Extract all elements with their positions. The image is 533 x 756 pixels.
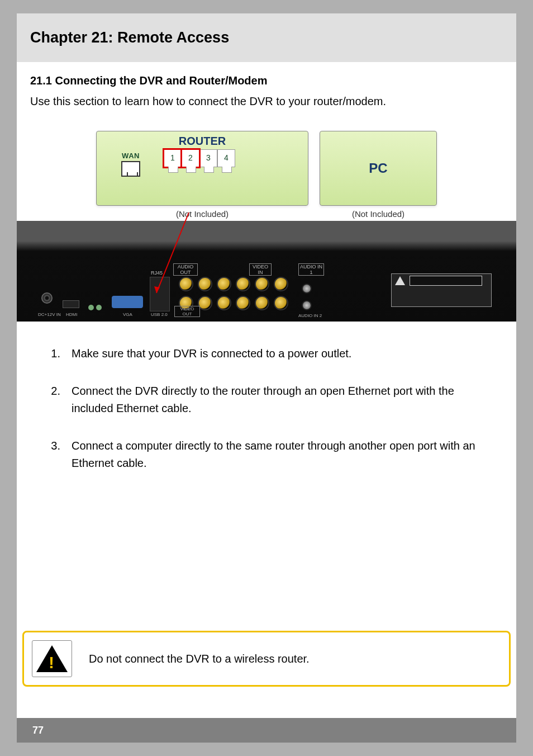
- audio-in2-label: AUDIO IN 2: [298, 313, 322, 318]
- warning-triangle-icon: [36, 645, 68, 672]
- rca-jack-icon: [198, 277, 212, 291]
- port-num: 1: [164, 153, 181, 162]
- rca-jack-icon: [217, 277, 231, 291]
- warning-text: Do not connect the DVR to a wireless rou…: [89, 653, 310, 665]
- rca-jack-icon: [255, 296, 269, 310]
- step-item: 2. Connect the DVR directly to the route…: [45, 382, 503, 417]
- intro-text: Use this section to learn how to connect…: [30, 94, 503, 108]
- audio-in-jacks: [302, 284, 312, 310]
- wan-group: WAN: [121, 152, 140, 177]
- dvr-body: RJ45 AUDIO OUT VIDEO IN AUDIO IN 1 VIDEO…: [17, 240, 516, 318]
- video-in-label: VIDEO IN: [249, 263, 272, 276]
- chapter-heading-bar: Chapter 21: Remote Access: [17, 13, 516, 62]
- connection-diagram: ROUTER WAN 1 2 3 4 PC (Not Included) (No…: [17, 131, 516, 322]
- audio-plug-icon: [96, 305, 102, 310]
- document-page: Chapter 21: Remote Access 21.1 Connectin…: [17, 13, 516, 743]
- chapter-title: Chapter 21: Remote Access: [30, 29, 503, 46]
- video-out-label: VIDEO OUT: [174, 306, 200, 317]
- router-label: ROUTER: [97, 131, 308, 148]
- page-footer: 77: [17, 718, 516, 743]
- not-included-row: (Not Included) (Not Included): [17, 209, 516, 219]
- caution-plate: [391, 273, 492, 307]
- rj45-label: RJ45: [151, 270, 163, 276]
- step-number: 1.: [45, 345, 60, 362]
- step-item: 3. Connect a computer directly to the sa…: [45, 437, 503, 472]
- step-item: 1. Make sure that your DVR is connected …: [45, 345, 503, 362]
- rca-jack-icon: [274, 277, 288, 291]
- lan-port-3: 3: [199, 149, 217, 167]
- lan-port-4: 4: [217, 149, 235, 167]
- step-number: 2.: [45, 382, 60, 417]
- lan-ports-row: 1 2 3 4: [164, 149, 235, 167]
- dvr-back-panel: RJ45 AUDIO OUT VIDEO IN AUDIO IN 1 VIDEO…: [17, 221, 516, 322]
- warning-icon-box: [32, 640, 72, 677]
- page-number: 77: [32, 725, 44, 736]
- rca-small-icon: [302, 300, 312, 310]
- step-text: Connect a computer directly to the same …: [72, 437, 503, 472]
- warning-callout: Do not connect the DVR to a wireless rou…: [22, 631, 511, 687]
- section-title: 21.1 Connecting the DVR and Router/Modem: [30, 74, 503, 87]
- hdmi-label: HDMI: [66, 312, 77, 317]
- dc-label: DC+12V IN: [38, 312, 61, 317]
- rca-jack-icon: [255, 277, 269, 291]
- diagram-top-row: ROUTER WAN 1 2 3 4 PC: [17, 131, 516, 206]
- not-included-left: (Not Included): [96, 209, 308, 219]
- vga-label: VGA: [123, 312, 132, 317]
- audio-in1-label: AUDIO IN 1: [298, 263, 324, 276]
- lan-port-1: 1: [164, 149, 182, 167]
- caution-label: [410, 276, 482, 286]
- pc-label: PC: [369, 160, 387, 176]
- usb-label: USB 2.0: [151, 312, 168, 317]
- audio-out-label: AUDIO OUT: [173, 263, 198, 276]
- rca-small-icon: [302, 284, 312, 294]
- audio-plug-icon: [88, 305, 94, 310]
- step-text: Connect the DVR directly to the router t…: [72, 382, 503, 417]
- rca-jack-icon: [217, 296, 231, 310]
- rca-jack-icon: [179, 277, 193, 291]
- pc-box: PC: [320, 131, 437, 206]
- port-num: 2: [182, 153, 199, 162]
- step-number: 3.: [45, 437, 60, 472]
- port-num: 3: [200, 153, 217, 162]
- wan-label: WAN: [121, 152, 140, 160]
- vga-port-icon: [112, 296, 143, 308]
- dc-jack-icon: [41, 292, 53, 304]
- usb-rj45-stack-icon: [150, 277, 170, 311]
- port-num: 4: [218, 153, 235, 162]
- warning-triangle-icon: [395, 276, 405, 285]
- steps-list: 1. Make sure that your DVR is connected …: [45, 345, 503, 472]
- lan-port-2: 2: [182, 149, 199, 167]
- step-text: Make sure that your DVR is connected to …: [72, 345, 503, 362]
- audio-plugs-icon: [88, 305, 102, 310]
- wan-port-icon: [121, 161, 140, 177]
- rca-jack-icon: [236, 277, 250, 291]
- rca-jack-icon: [274, 296, 288, 310]
- not-included-right: (Not Included): [320, 209, 437, 219]
- hdmi-port-icon: [63, 300, 79, 308]
- rca-jack-icon: [236, 296, 250, 310]
- router-box: ROUTER WAN 1 2 3 4: [96, 131, 308, 206]
